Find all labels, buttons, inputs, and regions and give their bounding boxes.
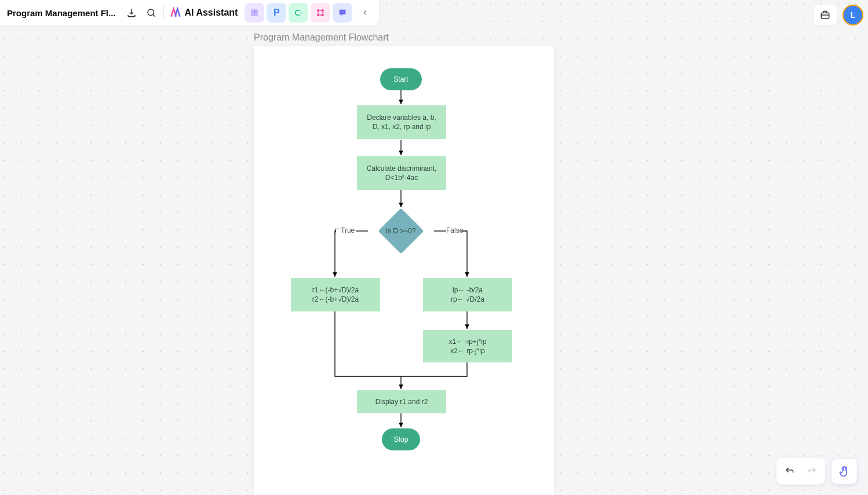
ai-assistant-button[interactable]: AI Assistant: [170, 7, 238, 19]
sparkle-image-icon: [250, 8, 259, 17]
node-display[interactable]: Display r1 and r2: [357, 390, 446, 413]
node-complex-parts-line2: rp← √D/2a: [451, 295, 484, 304]
flowchart-page[interactable]: Start Declare variables a, b, D, x1, x2,…: [254, 46, 554, 495]
edge-true-corner: [335, 229, 339, 233]
top-toolbar: Program Management Fl... AI Assistant P: [0, 0, 379, 25]
page-title[interactable]: Program Management Flowchart: [254, 32, 389, 43]
undo-redo-group: [776, 458, 825, 485]
node-complex-parts-line1: ip← -b/2a: [453, 285, 483, 295]
node-decision[interactable]: is D >=0?: [368, 208, 434, 254]
edge-label-false: False: [446, 226, 463, 234]
bottom-right-controls: [776, 458, 858, 485]
node-real-roots[interactable]: r1←(-b+√D)/2a r2←(-b+√D)/2a: [291, 278, 380, 311]
document-title[interactable]: Program Management Fl...: [7, 8, 116, 18]
node-display-label: Display r1 and r2: [375, 397, 428, 406]
download-button[interactable]: [122, 3, 141, 23]
node-complex-roots-line1: x1← -ip+j*ip: [448, 337, 486, 346]
node-complex-roots-line2: x2← rp-j*ip: [450, 346, 484, 355]
node-declare-line2: D, x1, x2, rp and ip: [373, 122, 431, 131]
chat-icon: [338, 8, 347, 17]
search-button[interactable]: [141, 3, 161, 23]
undo-icon: [785, 466, 795, 476]
node-calculate-line2: D<1b²-4ac: [385, 173, 418, 182]
subset-icon: [294, 8, 303, 17]
toolbar-divider: [163, 5, 164, 20]
node-complex-parts[interactable]: ip← -b/2a rp← √D/2a: [423, 278, 512, 311]
node-declare[interactable]: Declare variables a, b, D, x1, x2, rp an…: [357, 105, 446, 139]
svg-rect-9: [821, 13, 829, 19]
letter-p-icon: P: [273, 8, 280, 18]
svg-point-5: [322, 14, 324, 16]
tool-chip-p[interactable]: P: [267, 3, 286, 23]
node-stop-label: Stop: [394, 435, 409, 444]
node-complex-roots[interactable]: x1← -ip+j*ip x2← rp-j*ip: [423, 330, 512, 362]
svg-point-0: [148, 9, 154, 16]
search-icon: [146, 8, 156, 18]
redo-icon: [807, 466, 817, 476]
svg-point-7: [342, 12, 343, 12]
redo-button[interactable]: [801, 461, 823, 482]
svg-point-3: [322, 10, 324, 12]
node-real-roots-line2: r2←(-b+√D)/2a: [312, 295, 359, 304]
node-start[interactable]: Start: [380, 68, 422, 90]
node-calculate[interactable]: Calculate discriminant, D<1b²-4ac: [357, 156, 446, 190]
user-avatar[interactable]: L: [843, 5, 863, 25]
branch-icon: [316, 8, 325, 17]
tool-chip-branch[interactable]: [311, 3, 330, 23]
download-icon: [126, 8, 137, 18]
ai-logo-icon: [170, 7, 181, 19]
pan-tool-button[interactable]: [831, 458, 858, 485]
node-real-roots-line1: r1←(-b+√D)/2a: [312, 285, 359, 295]
tool-chip-chat[interactable]: [333, 3, 352, 23]
undo-button[interactable]: [779, 461, 801, 482]
node-stop[interactable]: Stop: [382, 428, 420, 450]
tool-chip-subset[interactable]: [289, 3, 308, 23]
ai-assistant-label: AI Assistant: [185, 8, 238, 18]
hand-icon: [838, 465, 850, 477]
top-right-controls: L: [814, 5, 863, 25]
svg-point-6: [341, 12, 342, 12]
node-declare-line1: Declare variables a, b,: [367, 113, 436, 122]
node-calculate-line1: Calculate discriminant,: [367, 164, 437, 173]
edge-label-true: True: [341, 226, 355, 234]
svg-point-4: [318, 14, 319, 16]
chevron-left-icon: [361, 9, 369, 17]
node-start-label: Start: [393, 75, 408, 84]
briefcase-icon: [820, 10, 830, 20]
tool-chip-image[interactable]: [245, 3, 264, 23]
svg-point-2: [318, 10, 319, 12]
node-decision-label: is D >=0?: [386, 227, 415, 235]
svg-point-8: [344, 12, 344, 12]
user-initial: L: [851, 10, 856, 20]
toolbox-button[interactable]: [814, 5, 837, 25]
collapse-toolbar-button[interactable]: [356, 3, 374, 22]
